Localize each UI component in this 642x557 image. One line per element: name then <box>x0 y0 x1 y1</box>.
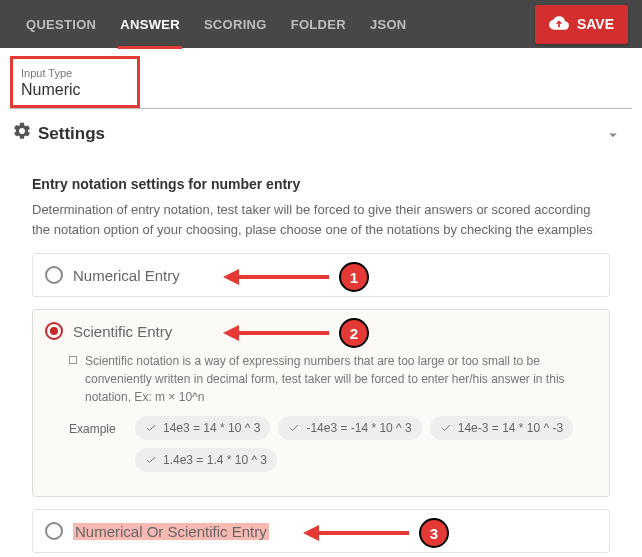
tab-json[interactable]: JSON <box>358 1 419 48</box>
option-label: Numerical Entry <box>73 267 180 284</box>
tab-question[interactable]: QUESTION <box>14 1 108 48</box>
tab-answer[interactable]: ANSWER <box>108 1 192 48</box>
example-label: Example <box>69 416 125 436</box>
save-button[interactable]: SAVE <box>535 5 628 44</box>
field-underline <box>10 108 632 109</box>
cloud-upload-icon <box>549 13 569 36</box>
example-chip: 14e3 = 14 * 10 ^ 3 <box>135 416 270 440</box>
radio-icon-selected <box>45 322 63 340</box>
option-label: Numerical Or Scientific Entry <box>73 523 269 540</box>
square-bullet-icon <box>69 356 77 364</box>
section-desc: Determination of entry notation, test ta… <box>32 200 610 239</box>
option-label: Scientific Entry <box>73 323 172 340</box>
input-type-label: Input Type <box>21 67 127 79</box>
option-scientific-entry[interactable]: Scientific Entry 2 Scientific notation i… <box>32 309 610 497</box>
input-type-value: Numeric <box>21 81 127 99</box>
gear-icon <box>12 121 32 146</box>
save-label: SAVE <box>577 16 614 32</box>
option-description-row: Scientific notation is a way of expressi… <box>69 352 597 406</box>
option-description: Scientific notation is a way of expressi… <box>85 352 597 406</box>
annotation-highlight-box: Input Type Numeric <box>10 56 140 108</box>
settings-card: Entry notation settings for number entry… <box>18 162 624 553</box>
example-chip: 14e-3 = 14 * 10 ^ -3 <box>430 416 573 440</box>
example-chip: 1.4e3 = 1.4 * 10 ^ 3 <box>135 448 277 472</box>
radio-icon <box>45 266 63 284</box>
tab-scoring[interactable]: SCORING <box>192 1 279 48</box>
chevron-down-icon[interactable] <box>604 126 622 148</box>
tab-folder[interactable]: FOLDER <box>279 1 358 48</box>
example-chip: -14e3 = -14 * 10 ^ 3 <box>278 416 421 440</box>
radio-icon <box>45 522 63 540</box>
option-numerical-or-scientific[interactable]: Numerical Or Scientific Entry 3 <box>32 509 610 553</box>
settings-header: Settings <box>12 121 630 146</box>
section-title: Entry notation settings for number entry <box>32 176 610 192</box>
example-row: Example 14e3 = 14 * 10 ^ 3 -14e3 = -14 *… <box>69 416 597 472</box>
input-type-field[interactable]: Input Type Numeric <box>10 56 632 108</box>
top-bar: QUESTION ANSWER SCORING FOLDER JSON SAVE <box>0 0 642 48</box>
option-numerical-entry[interactable]: Numerical Entry 1 <box>32 253 610 297</box>
settings-title: Settings <box>38 124 105 144</box>
